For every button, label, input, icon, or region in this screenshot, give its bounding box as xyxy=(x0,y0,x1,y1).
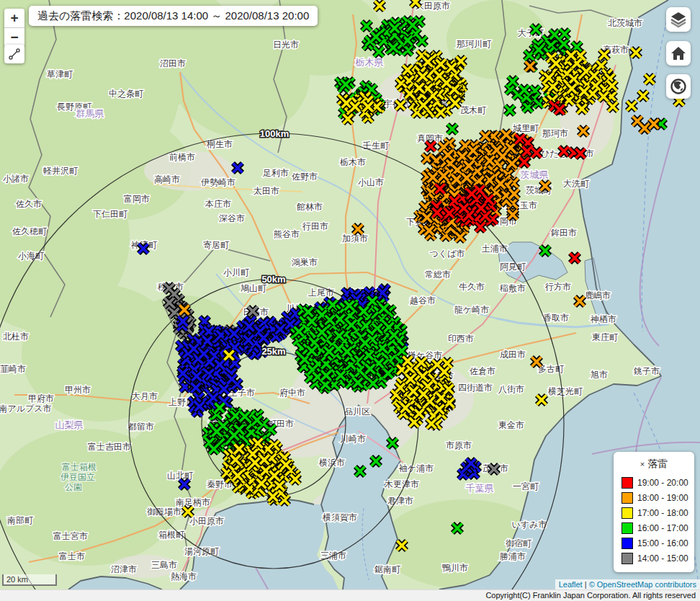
legend-color-swatch xyxy=(622,553,633,564)
svg-text:北茨城市: 北茨城市 xyxy=(608,18,642,28)
svg-text:鹿嶋市: 鹿嶋市 xyxy=(585,290,611,300)
svg-text:横芝光町: 横芝光町 xyxy=(547,386,583,396)
svg-text:北杜市: 北杜市 xyxy=(3,331,29,342)
svg-text:つくば市: つくば市 xyxy=(430,249,465,259)
svg-text:神栖市: 神栖市 xyxy=(590,314,616,324)
lightning-map-app: 沼田市中之条町長野原町草津町日光市桐生市前橋市高崎市伊勢崎市富岡市下仁田町軽井沢… xyxy=(0,0,700,601)
legend-item-label: 15:00 - 16:00 xyxy=(637,538,688,548)
svg-text:木更津市: 木更津市 xyxy=(384,479,419,489)
svg-text:大月市: 大月市 xyxy=(132,391,158,401)
svg-text:寄居町: 寄居町 xyxy=(203,240,230,250)
svg-text:千葉県: 千葉県 xyxy=(466,483,494,494)
svg-text:御宿町: 御宿町 xyxy=(506,538,532,548)
svg-text:牛久市: 牛久市 xyxy=(459,282,485,292)
svg-text:那珂川町: 那珂川町 xyxy=(457,39,492,49)
svg-text:群馬県: 群馬県 xyxy=(76,108,104,119)
svg-text:湯河原町: 湯河原町 xyxy=(184,546,220,556)
layers-button[interactable] xyxy=(666,7,691,32)
legend-color-swatch xyxy=(622,538,633,549)
svg-text:富士箱根: 富士箱根 xyxy=(62,462,97,472)
svg-text:城里町: 城里町 xyxy=(513,123,539,133)
svg-text:佐倉市: 佐倉市 xyxy=(470,366,495,376)
svg-text:御殿場市: 御殿場市 xyxy=(147,507,181,517)
svg-text:高崎市: 高崎市 xyxy=(154,174,180,184)
legend-item: 15:00 - 16:00 xyxy=(614,535,694,551)
svg-text:前橋市: 前橋市 xyxy=(169,152,195,162)
svg-text:行方市: 行方市 xyxy=(545,282,571,292)
svg-text:下仁田町: 下仁田町 xyxy=(93,209,128,219)
svg-text:韮崎市: 韮崎市 xyxy=(0,364,26,374)
svg-text:都留市: 都留市 xyxy=(127,422,154,432)
svg-text:君津市: 君津市 xyxy=(387,496,413,506)
legend-item: 16:00 - 17:00 xyxy=(614,520,694,535)
attribution-separator: | xyxy=(583,580,589,589)
zoom-control: + − xyxy=(4,9,24,47)
legend-item: 14:00 - 15:00 xyxy=(614,551,694,566)
svg-text:草津町: 草津町 xyxy=(47,69,73,79)
legend-item: 17:00 - 18:00 xyxy=(614,505,694,520)
svg-text:沼田市: 沼田市 xyxy=(160,58,186,68)
svg-text:熊谷市: 熊谷市 xyxy=(274,229,300,239)
svg-text:鴨川市: 鴨川市 xyxy=(442,563,468,573)
svg-text:小諸市: 小諸市 xyxy=(3,174,29,184)
legend: ×落雷 19:00 - 20:0018:00 - 19:0017:00 - 18… xyxy=(614,452,694,572)
svg-text:八街市: 八街市 xyxy=(498,384,524,394)
svg-text:鋸南町: 鋸南町 xyxy=(374,564,401,574)
svg-text:香取市: 香取市 xyxy=(543,313,569,323)
legend-color-swatch xyxy=(622,522,633,534)
svg-text:小川町: 小川町 xyxy=(223,267,250,277)
svg-text:甲州市: 甲州市 xyxy=(65,385,91,395)
measure-button[interactable] xyxy=(4,45,24,63)
svg-text:成田市: 成田市 xyxy=(500,350,526,360)
svg-text:いすみ市: いすみ市 xyxy=(512,520,547,530)
svg-text:100km: 100km xyxy=(260,128,289,139)
legend-item-label: 14:00 - 15:00 xyxy=(637,553,688,564)
svg-text:中之条町: 中之条町 xyxy=(109,89,144,99)
svg-text:甲府市: 甲府市 xyxy=(28,393,54,404)
svg-text:深谷市: 深谷市 xyxy=(219,213,245,223)
svg-text:栃木市: 栃木市 xyxy=(340,157,366,167)
svg-text:太田市: 太田市 xyxy=(253,186,279,196)
osm-link[interactable]: © OpenStreetMap contributors xyxy=(589,580,696,589)
legend-item-label: 19:00 - 20:00 xyxy=(637,478,688,488)
legend-color-swatch xyxy=(622,492,633,504)
svg-text:稲敷市: 稲敷市 xyxy=(500,283,526,293)
svg-text:鳩山町: 鳩山町 xyxy=(241,283,267,293)
legend-item-label: 17:00 - 18:00 xyxy=(637,508,688,518)
svg-text:土浦市: 土浦市 xyxy=(482,244,508,254)
svg-text:上尾市: 上尾市 xyxy=(308,288,334,298)
svg-text:本庄市: 本庄市 xyxy=(205,199,231,209)
svg-text:小山市: 小山市 xyxy=(358,177,384,187)
svg-text:龍ケ崎市: 龍ケ崎市 xyxy=(454,305,489,315)
legend-color-swatch xyxy=(622,507,633,519)
svg-text:阿見町: 阿見町 xyxy=(500,262,526,272)
svg-text:富士吉田市: 富士吉田市 xyxy=(88,442,131,452)
leaflet-link[interactable]: Leaflet xyxy=(559,580,583,589)
svg-text:南アルプス市: 南アルプス市 xyxy=(0,404,52,414)
svg-text:熱海市: 熱海市 xyxy=(171,571,197,582)
globe-icon xyxy=(670,78,687,95)
svg-text:茂木町: 茂木町 xyxy=(460,105,487,115)
zoom-out-button[interactable]: − xyxy=(4,27,24,47)
svg-text:茨城県: 茨城県 xyxy=(521,169,549,180)
svg-text:富岡市: 富岡市 xyxy=(124,194,150,204)
svg-text:沼津市: 沼津市 xyxy=(111,564,137,574)
home-button[interactable] xyxy=(666,41,691,66)
map-canvas[interactable]: 沼田市中之条町長野原町草津町日光市桐生市前橋市高崎市伊勢崎市富岡市下仁田町軽井沢… xyxy=(0,0,700,589)
svg-text:伊勢崎市: 伊勢崎市 xyxy=(201,177,235,187)
map-svg: 沼田市中之条町長野原町草津町日光市桐生市前橋市高崎市伊勢崎市富岡市下仁田町軽井沢… xyxy=(0,0,700,589)
legend-title: ×落雷 xyxy=(614,458,694,471)
globe-button[interactable] xyxy=(666,74,691,99)
svg-text:四街道市: 四街道市 xyxy=(458,383,493,393)
zoom-in-button[interactable]: + xyxy=(4,9,24,27)
x-marker-glyph: × xyxy=(640,460,645,468)
legend-rows: 19:00 - 20:0018:00 - 19:0017:00 - 18:001… xyxy=(614,475,694,566)
legend-color-swatch xyxy=(622,477,633,489)
svg-text:越谷市: 越谷市 xyxy=(410,295,436,306)
svg-text:勝浦市: 勝浦市 xyxy=(500,551,526,561)
svg-text:行田市: 行田市 xyxy=(302,221,328,231)
map-attribution: Leaflet | © OpenStreetMap contributors xyxy=(555,579,700,589)
legend-item-label: 16:00 - 17:00 xyxy=(637,523,688,533)
svg-text:府中市: 府中市 xyxy=(279,388,305,398)
svg-text:大洗町: 大洗町 xyxy=(563,179,590,189)
